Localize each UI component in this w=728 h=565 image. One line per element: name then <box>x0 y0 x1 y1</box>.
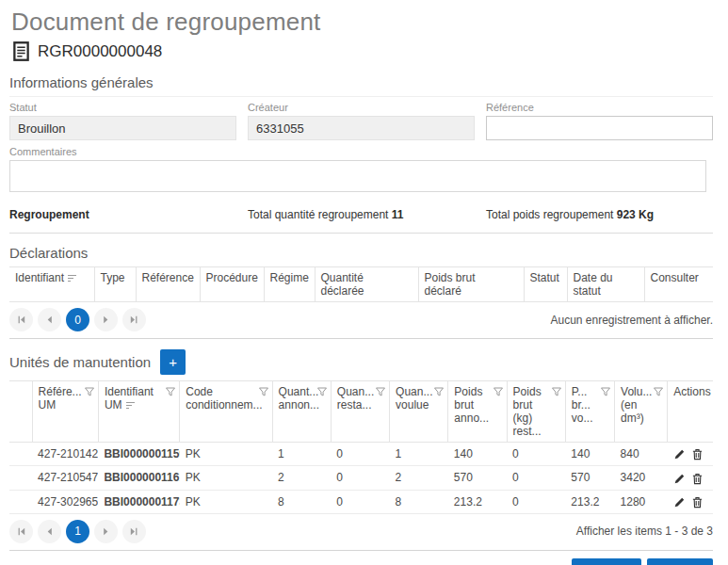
general-form: Statut Créateur Référence <box>9 102 713 140</box>
last-page-button[interactable] <box>122 308 146 331</box>
cell-code-conditionnement: PK <box>180 443 272 466</box>
edit-button[interactable] <box>673 448 686 460</box>
col-poids-brut-restant[interactable]: Poids brut (kg) rest... <box>507 381 565 443</box>
cell-quantite-voulue: 8 <box>390 490 448 513</box>
statut-field <box>9 116 236 140</box>
col-identifiant-um[interactable]: Identifiant UM <box>98 381 179 443</box>
filter-icon[interactable] <box>600 386 611 397</box>
col-quantite-restante[interactable]: Quan... resta... <box>331 381 389 443</box>
col-procedure[interactable]: Procédure <box>200 267 264 302</box>
filter-icon[interactable] <box>165 386 176 397</box>
col-type[interactable]: Type <box>94 267 136 302</box>
commentaires-field-group: Commentaires <box>9 146 713 196</box>
cell-code-conditionnement: PK <box>180 490 272 513</box>
commentaires-label: Commentaires <box>9 146 713 157</box>
cell-quantite-annoncee: 1 <box>272 443 331 466</box>
col-quantite-voulue[interactable]: Quan... voulue <box>390 381 448 443</box>
previous-page-button[interactable] <box>38 520 61 543</box>
cell-quantite-voulue: 1 <box>390 443 448 466</box>
col-poids-brut-declare[interactable]: Poids brut déclaré <box>418 267 524 302</box>
total-quantite: Total quantité regroupement 11 <box>248 208 475 221</box>
last-page-button[interactable] <box>122 520 146 543</box>
first-page-button[interactable] <box>9 308 33 331</box>
col-code-conditionnement[interactable]: Code conditionnem... <box>180 381 272 443</box>
first-page-button[interactable] <box>9 520 33 543</box>
col-volume[interactable]: Volu... (en dm³) <box>615 381 668 443</box>
section-declarations: Déclarations <box>9 245 713 261</box>
cell-volume: 3420 <box>615 466 668 490</box>
cell-poids-brut-voulu: 570 <box>565 466 614 490</box>
table-row: 427-21054735 BBI0000001161 PK 2 0 2 570 … <box>9 466 713 490</box>
delete-button[interactable] <box>691 496 704 508</box>
cell-quantite-restante: 0 <box>331 443 389 466</box>
cell-identifiant-um: BBI0000001173 <box>98 490 179 513</box>
cell-quantite-annoncee: 2 <box>272 466 331 490</box>
col-spacer <box>9 381 32 443</box>
cancel-button[interactable]: Annuler <box>572 558 642 565</box>
col-poids-brut-annonce[interactable]: Poids brut anno... <box>448 381 507 443</box>
filter-icon[interactable] <box>433 386 445 397</box>
section-divider <box>9 233 713 234</box>
next-page-button[interactable] <box>94 308 118 331</box>
edit-button[interactable] <box>673 473 686 485</box>
cell-poids-brut-restant: 0 <box>507 466 565 490</box>
commentaires-field[interactable] <box>9 160 706 192</box>
current-page-button[interactable]: 0 <box>66 308 89 331</box>
cell-reference-um: 427-30296506 <box>32 490 98 513</box>
current-page-button[interactable]: 1 <box>66 520 89 543</box>
col-actions: Actions <box>668 381 713 443</box>
sort-ascending-icon <box>126 399 136 412</box>
sort-ascending-icon <box>68 272 77 285</box>
delete-button[interactable] <box>691 448 704 460</box>
edit-button[interactable] <box>673 496 686 508</box>
cell-quantite-restante: 0 <box>331 490 389 513</box>
filter-icon[interactable] <box>316 386 328 397</box>
statut-label: Statut <box>9 102 236 113</box>
filter-icon[interactable] <box>653 386 664 397</box>
cell-poids-brut-restant: 0 <box>507 443 565 466</box>
col-date-du-statut[interactable]: Date du statut <box>567 267 644 302</box>
col-reference[interactable]: Référence <box>136 267 200 302</box>
cell-poids-brut-restant: 0 <box>507 490 565 513</box>
declarations-grid: Identifiant Type Référence Procédure Rég… <box>9 266 713 339</box>
col-consulter[interactable]: Consulter <box>644 267 713 302</box>
col-quantite-annoncee[interactable]: Quant... annon... <box>272 381 331 443</box>
filter-icon[interactable] <box>375 386 386 397</box>
cell-quantite-annoncee: 8 <box>272 490 331 513</box>
cell-actions <box>668 490 713 513</box>
total-poids: Total poids regroupement 923 Kg <box>486 208 713 221</box>
filter-icon[interactable] <box>551 386 562 397</box>
document-icon <box>13 41 29 61</box>
col-identifiant[interactable]: Identifiant <box>9 267 94 302</box>
delete-button[interactable] <box>691 473 704 485</box>
col-reference-um[interactable]: Référe... UM <box>32 381 98 443</box>
filter-icon[interactable] <box>493 386 504 397</box>
col-regime[interactable]: Régime <box>264 267 315 302</box>
unites-manutention-grid: Référe... UM Identifiant UM Code conditi… <box>9 380 713 551</box>
page-title: Document de regroupement <box>11 8 713 37</box>
previous-page-button[interactable] <box>38 308 61 331</box>
footer-actions: Annuler Valider <box>9 551 713 565</box>
add-unite-button[interactable]: + <box>160 349 186 375</box>
regroupement-label: Regroupement <box>9 208 236 221</box>
reference-field[interactable] <box>486 116 713 140</box>
filter-icon[interactable] <box>84 386 95 397</box>
filter-icon[interactable] <box>258 386 269 397</box>
cell-identifiant-um: BBI0000001161 <box>98 466 179 490</box>
col-statut[interactable]: Statut <box>524 267 567 302</box>
table-row: 427-30296506 BBI0000001173 PK 8 0 8 213.… <box>9 490 713 513</box>
empty-records-message: Aucun enregistrement à afficher. <box>550 314 713 327</box>
total-poids-value: 923 Kg <box>617 208 654 221</box>
cell-poids-brut-voulu: 140 <box>565 443 614 466</box>
col-quantite-declaree[interactable]: Quantité déclarée <box>315 267 418 302</box>
validate-button[interactable]: Valider <box>647 558 713 565</box>
next-page-button[interactable] <box>94 520 118 543</box>
createur-label: Créateur <box>248 102 475 113</box>
cell-volume: 1280 <box>615 490 668 513</box>
declarations-pager: 0 Aucun enregistrement à afficher. <box>9 302 713 339</box>
um-header-row: Référe... UM Identifiant UM Code conditi… <box>9 381 713 443</box>
col-poids-brut-voulu[interactable]: P... br... vo... <box>565 381 614 443</box>
um-pager: 1 Afficher les items 1 - 3 de 3 <box>9 514 713 551</box>
createur-field <box>248 116 475 140</box>
cell-poids-brut-annonce: 140 <box>448 443 507 466</box>
